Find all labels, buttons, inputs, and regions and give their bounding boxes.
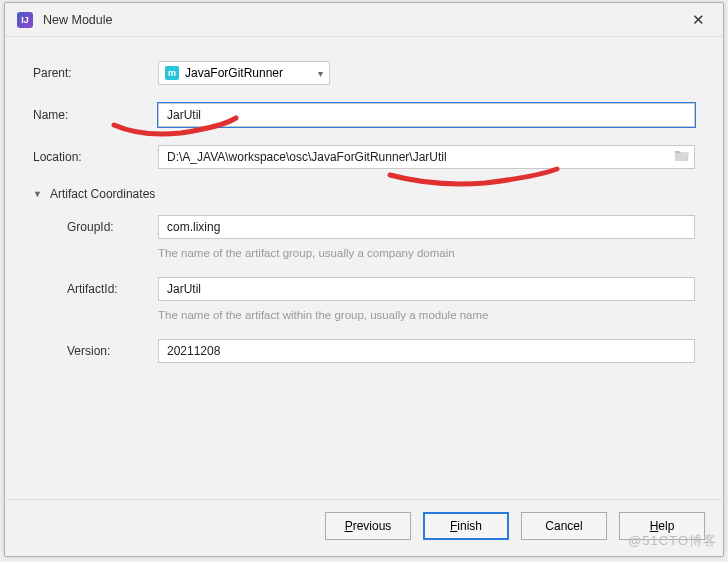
- name-label: Name:: [33, 108, 158, 122]
- previous-button[interactable]: Previous: [325, 512, 411, 540]
- location-label: Location:: [33, 150, 158, 164]
- chevron-down-icon: ▼: [33, 189, 42, 199]
- name-input[interactable]: [158, 103, 695, 127]
- parent-row: Parent: m JavaForGitRunner ▾: [33, 61, 695, 85]
- artifactid-input[interactable]: [158, 277, 695, 301]
- close-icon[interactable]: ✕: [686, 9, 711, 31]
- location-input[interactable]: [158, 145, 695, 169]
- artifactid-row: ArtifactId:: [67, 277, 695, 301]
- watermark: @51CTO博客: [628, 532, 717, 550]
- groupid-row: GroupId:: [67, 215, 695, 239]
- version-input[interactable]: [158, 339, 695, 363]
- parent-dropdown[interactable]: m JavaForGitRunner ▾: [158, 61, 330, 85]
- intellij-icon: IJ: [17, 12, 33, 28]
- dialog-window: IJ New Module ✕ Parent: m JavaForGitRunn…: [4, 2, 724, 557]
- artifactid-label: ArtifactId:: [67, 282, 158, 296]
- parent-value: JavaForGitRunner: [185, 66, 283, 80]
- version-row: Version:: [67, 339, 695, 363]
- finish-button[interactable]: Finish: [423, 512, 509, 540]
- location-row: Location:: [33, 145, 695, 169]
- artifact-coordinates-toggle[interactable]: ▼ Artifact Coordinates: [33, 187, 695, 201]
- groupid-input[interactable]: [158, 215, 695, 239]
- groupid-label: GroupId:: [67, 220, 158, 234]
- name-row: Name:: [33, 103, 695, 127]
- chevron-down-icon: ▾: [318, 68, 323, 79]
- dialog-content: Parent: m JavaForGitRunner ▾ Name: Locat…: [5, 37, 723, 489]
- groupid-hint: The name of the artifact group, usually …: [158, 247, 695, 259]
- parent-label: Parent:: [33, 66, 158, 80]
- folder-open-icon[interactable]: [674, 149, 689, 165]
- artifact-coordinates-label: Artifact Coordinates: [50, 187, 155, 201]
- artifactid-hint: The name of the artifact within the grou…: [158, 309, 695, 321]
- version-label: Version:: [67, 344, 158, 358]
- module-icon: m: [165, 66, 179, 80]
- titlebar: IJ New Module ✕: [5, 3, 723, 37]
- artifact-panel: GroupId: The name of the artifact group,…: [33, 215, 695, 363]
- cancel-button[interactable]: Cancel: [521, 512, 607, 540]
- button-bar: Previous Finish Cancel Help: [5, 500, 723, 556]
- window-title: New Module: [43, 13, 686, 27]
